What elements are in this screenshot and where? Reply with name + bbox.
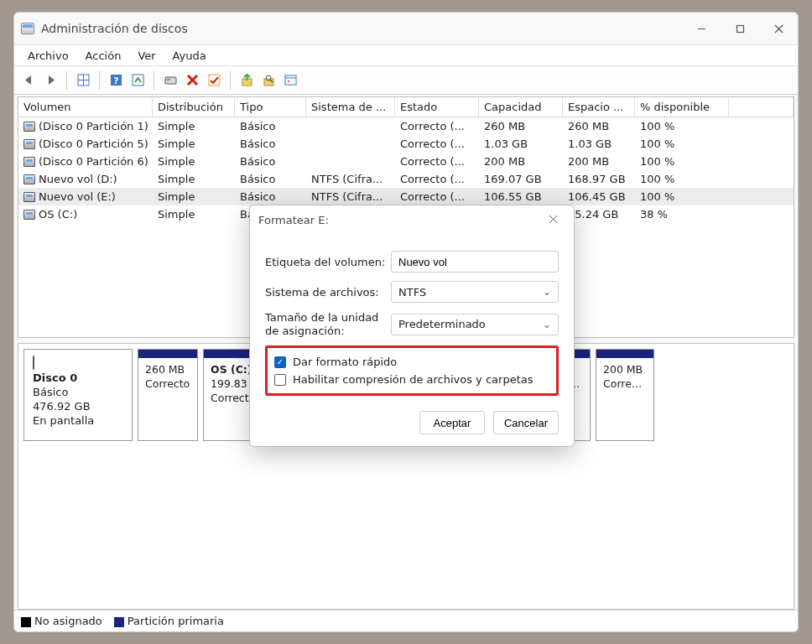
allocation-label: Tamaño de la unidad de asignación: (265, 311, 391, 337)
disk-label[interactable]: Disco 0 Básico 476.92 GB En pantalla (23, 349, 133, 441)
maximize-button[interactable] (721, 13, 759, 44)
volume-pct: 38 % (635, 205, 729, 223)
toolbar: ? (14, 66, 798, 95)
dialog-title: Formatear E: (258, 214, 329, 226)
volume-name: (Disco 0 Partición 1) (39, 120, 148, 132)
svg-rect-11 (167, 79, 170, 80)
disk-type: Básico (33, 386, 123, 398)
volume-capacity: 106.55 GB (479, 188, 563, 205)
volume-row[interactable]: (Disco 0 Partición 5)SimpleBásicoCorrect… (18, 135, 794, 153)
volume-type: Básico (235, 188, 306, 205)
volume-free: 260 MB (563, 117, 635, 135)
volume-row[interactable]: (Disco 0 Partición 6)SimpleBásicoCorrect… (18, 153, 794, 170)
volume-name: (Disco 0 Partición 5) (39, 138, 148, 150)
filesystem-select[interactable]: NTFS (391, 281, 559, 303)
enable-compression-checkbox[interactable]: Habilitar compresión de archivos y carpe… (274, 371, 549, 388)
allocation-select[interactable]: Predeterminado (391, 314, 559, 335)
disk-name: Disco 0 (33, 371, 123, 384)
volume-capacity: 200 MB (479, 153, 563, 170)
drive-icon (23, 139, 35, 149)
volume-label-input[interactable] (391, 251, 559, 273)
volume-fs (306, 153, 395, 170)
menu-file[interactable]: Archivo (19, 47, 77, 65)
forward-icon[interactable] (41, 71, 60, 90)
drive-icon (23, 210, 35, 220)
menu-help[interactable]: Ayuda (164, 47, 215, 65)
refresh-icon[interactable] (128, 71, 147, 90)
help-icon[interactable]: ? (107, 71, 125, 90)
app-icon (21, 23, 34, 34)
dialog-close-button[interactable] (540, 214, 565, 226)
delete-icon[interactable] (183, 71, 201, 90)
volume-pct: 100 % (635, 170, 729, 188)
col-type[interactable]: Tipo (235, 97, 306, 117)
svg-rect-10 (165, 77, 176, 84)
partition[interactable]: 200 MBCorrecto (596, 349, 654, 441)
back-icon[interactable] (19, 71, 38, 90)
volume-layout: Simple (153, 170, 235, 188)
svg-text:?: ? (113, 75, 118, 86)
volume-fs: NTFS (Cifra... (306, 170, 395, 188)
search-icon[interactable] (259, 71, 278, 90)
checkbox-highlight-group: Dar formato rápido Habilitar compresión … (265, 345, 559, 396)
volume-list-header: Volumen Distribución Tipo Sistema de ...… (18, 97, 794, 117)
legend: No asignado Partición primaria (14, 610, 798, 631)
cancel-button[interactable]: Cancelar (493, 411, 559, 434)
volume-layout: Simple (153, 117, 235, 135)
check-icon[interactable] (205, 71, 223, 90)
grid-icon[interactable] (74, 71, 92, 90)
svg-rect-19 (285, 75, 296, 85)
export-icon[interactable] (237, 71, 256, 90)
volume-free: 168.97 GB (563, 170, 635, 188)
dialog-titlebar: Formatear E: (250, 205, 574, 234)
quick-format-checkbox[interactable]: Dar formato rápido (274, 353, 549, 371)
col-layout[interactable]: Distribución (153, 97, 235, 117)
col-status[interactable]: Estado (395, 97, 479, 117)
partition[interactable]: 260 MBCorrecto (138, 349, 198, 441)
volume-pct: 100 % (635, 135, 729, 153)
volume-status: Correcto (... (395, 117, 479, 135)
col-pct[interactable]: % disponible (635, 97, 729, 117)
volume-row[interactable]: Nuevo vol (D:)SimpleBásicoNTFS (Cifra...… (18, 170, 794, 188)
volume-type: Básico (235, 153, 306, 170)
col-volume[interactable]: Volumen (18, 97, 153, 117)
ok-button[interactable]: Aceptar (419, 411, 485, 434)
volume-name: OS (C:) (39, 208, 77, 221)
volume-row[interactable]: (Disco 0 Partición 1)SimpleBásicoCorrect… (18, 117, 794, 135)
volume-name: (Disco 0 Partición 6) (39, 155, 148, 168)
drive-icon (23, 122, 35, 132)
svg-rect-9 (133, 75, 143, 86)
close-button[interactable] (759, 13, 798, 44)
drive-icon[interactable] (161, 71, 180, 90)
volume-layout: Simple (153, 135, 235, 153)
menu-view[interactable]: Ver (129, 47, 164, 65)
svg-rect-1 (737, 25, 743, 32)
format-dialog: Formatear E: Etiqueta del volumen: Siste… (249, 205, 575, 447)
volume-pct: 100 % (635, 153, 729, 170)
minimize-button[interactable] (682, 13, 721, 44)
disk-status: En pantalla (33, 414, 123, 427)
volume-row[interactable]: Nuevo vol (E:)SimpleBásicoNTFS (Cifra...… (18, 188, 794, 205)
partition-status: Correcto (603, 377, 647, 390)
volume-type: Básico (235, 117, 306, 135)
partition-size: 260 MB (145, 363, 190, 376)
legend-primary: Partición primaria (114, 615, 224, 627)
svg-point-21 (288, 80, 289, 82)
volume-layout: Simple (153, 188, 235, 205)
disk-size: 476.92 GB (33, 400, 123, 413)
menu-action[interactable]: Acción (77, 47, 130, 65)
volume-layout: Simple (153, 153, 235, 170)
col-capacity[interactable]: Capacidad (479, 97, 563, 117)
col-fs[interactable]: Sistema de ... (306, 97, 395, 117)
volume-status: Correcto (... (395, 188, 479, 205)
drive-icon (23, 174, 35, 184)
volume-pct: 100 % (635, 117, 729, 135)
menubar: Archivo Acción Ver Ayuda (14, 44, 798, 66)
volume-capacity: 169.07 GB (479, 170, 563, 188)
volume-free: 106.45 GB (563, 188, 635, 205)
col-free[interactable]: Espacio ... (563, 97, 635, 117)
volume-free: 1.03 GB (563, 135, 635, 153)
volume-name: Nuevo vol (E:) (39, 190, 116, 203)
drive-icon (23, 157, 35, 167)
properties-icon[interactable] (281, 71, 299, 90)
